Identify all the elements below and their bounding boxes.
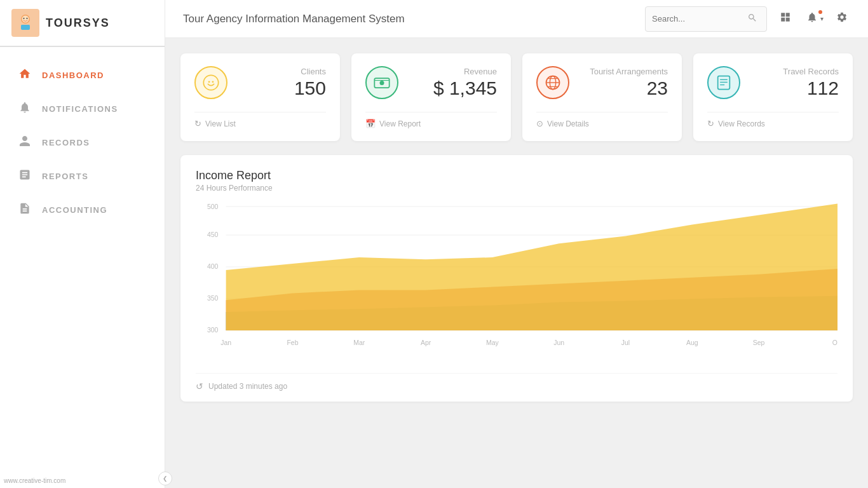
- tourist-icon: [536, 66, 569, 99]
- clients-label: Clients: [301, 67, 326, 76]
- revenue-link[interactable]: 📅 View Report: [365, 119, 497, 128]
- travel-records-card: Travel Records 112 ↻ View Records: [693, 53, 853, 141]
- sidebar-nav: Dashboard Notifications Records Reports: [0, 47, 165, 469]
- revenue-value: $ 1,345: [433, 78, 497, 99]
- sidebar-item-accounting[interactable]: Accounting: [0, 193, 165, 227]
- chart-area: 500 450 400 350 300: [196, 200, 837, 365]
- page-title: Tour Agency Information Management Syste…: [183, 13, 635, 25]
- clients-icon: [194, 66, 227, 99]
- reports-icon: [18, 168, 32, 184]
- search-box: [645, 6, 767, 32]
- sidebar-item-records[interactable]: Records: [0, 126, 165, 159]
- sidebar-item-dashboard[interactable]: Dashboard: [0, 58, 165, 92]
- refresh-chart-icon: ↺: [196, 381, 203, 391]
- app-name: TOURSYS: [46, 17, 110, 30]
- svg-text:500: 500: [207, 203, 219, 210]
- svg-text:Jun: Jun: [553, 339, 564, 346]
- svg-text:Feb: Feb: [287, 339, 298, 346]
- notification-dot: [818, 10, 822, 14]
- notifications-header: ▾: [804, 9, 824, 29]
- clients-link[interactable]: ↻ View List: [194, 119, 326, 128]
- svg-rect-5: [21, 25, 30, 30]
- main-area: Tour Agency Information Management Syste…: [165, 0, 868, 488]
- notification-dropdown-arrow[interactable]: ▾: [820, 15, 824, 22]
- search-input[interactable]: [652, 14, 741, 24]
- stats-row: Clients 150 ↻ View List Revenue: [180, 53, 853, 141]
- tourist-arrangements-card: Tourist Arrangements 23 ⊙ View Details: [522, 53, 682, 141]
- svg-text:Sep: Sep: [753, 339, 765, 346]
- chart-footer: ↺ Updated 3 minutes ago: [196, 373, 837, 391]
- chart-series-yellow: [226, 204, 837, 331]
- notifications-icon: [18, 101, 32, 117]
- svg-text:300: 300: [207, 326, 219, 334]
- sidebar-collapse-button[interactable]: ❮: [158, 471, 172, 485]
- settings-icon[interactable]: [834, 9, 850, 29]
- sidebar-item-reports[interactable]: Reports: [0, 159, 165, 193]
- revenue-icon: [365, 66, 398, 99]
- svg-text:350: 350: [207, 294, 219, 302]
- sidebar-item-notifications[interactable]: Notifications: [0, 92, 165, 126]
- svg-text:Apr: Apr: [421, 339, 431, 346]
- svg-text:May: May: [486, 339, 499, 346]
- tourist-arrangements-label: Tourist Arrangements: [590, 67, 668, 76]
- tourist-arrangements-link[interactable]: ⊙ View Details: [536, 119, 668, 128]
- tourist-arrangements-value: 23: [647, 78, 668, 99]
- svg-text:Mar: Mar: [353, 339, 365, 346]
- svg-point-10: [380, 81, 384, 85]
- records-icon: [18, 135, 32, 151]
- clients-value: 150: [294, 78, 326, 99]
- svg-point-8: [212, 81, 214, 83]
- income-report-card: Income Report 24 Hours Performance 500 4…: [180, 155, 853, 402]
- revenue-card: Revenue $ 1,345 📅 View Report: [351, 53, 511, 141]
- grid-view-icon[interactable]: [777, 9, 794, 29]
- svg-point-7: [208, 81, 210, 83]
- search-icon[interactable]: [745, 10, 760, 28]
- sidebar-logo: TOURSYS: [0, 0, 165, 47]
- chart-footer-text: Updated 3 minutes ago: [208, 382, 287, 391]
- revenue-label: Revenue: [464, 67, 497, 76]
- accounting-icon: [18, 202, 32, 218]
- dashboard-icon: [18, 67, 32, 83]
- clients-card: Clients 150 ↻ View List: [180, 53, 340, 141]
- circle-icon: ⊙: [536, 119, 543, 128]
- header: Tour Agency Information Management Syste…: [165, 0, 868, 38]
- travel-records-label: Travel Records: [783, 67, 839, 76]
- content-area: Clients 150 ↻ View List Revenue: [165, 38, 868, 488]
- svg-text:400: 400: [207, 262, 219, 270]
- svg-text:450: 450: [207, 231, 219, 238]
- chart-title: Income Report: [196, 169, 837, 182]
- svg-text:Aug: Aug: [686, 339, 698, 346]
- svg-point-6: [203, 75, 218, 90]
- refresh-icon: ↻: [194, 119, 201, 128]
- sidebar: TOURSYS Dashboard Notifications Records: [0, 0, 165, 488]
- logo-avatar: [11, 9, 39, 37]
- calendar-icon: 📅: [365, 119, 376, 128]
- travel-records-value: 112: [807, 78, 839, 99]
- refresh2-icon: ↻: [707, 119, 714, 128]
- footer-credit: www.creative-tim.com: [4, 477, 65, 484]
- svg-text:Jul: Jul: [621, 339, 630, 346]
- svg-text:Jan: Jan: [220, 339, 231, 346]
- svg-text:Oct: Oct: [832, 339, 837, 346]
- travel-records-link[interactable]: ↻ View Records: [707, 119, 839, 128]
- chart-subtitle: 24 Hours Performance: [196, 184, 837, 193]
- travel-records-icon: [707, 66, 740, 99]
- svg-point-4: [27, 18, 28, 20]
- svg-point-3: [24, 18, 25, 20]
